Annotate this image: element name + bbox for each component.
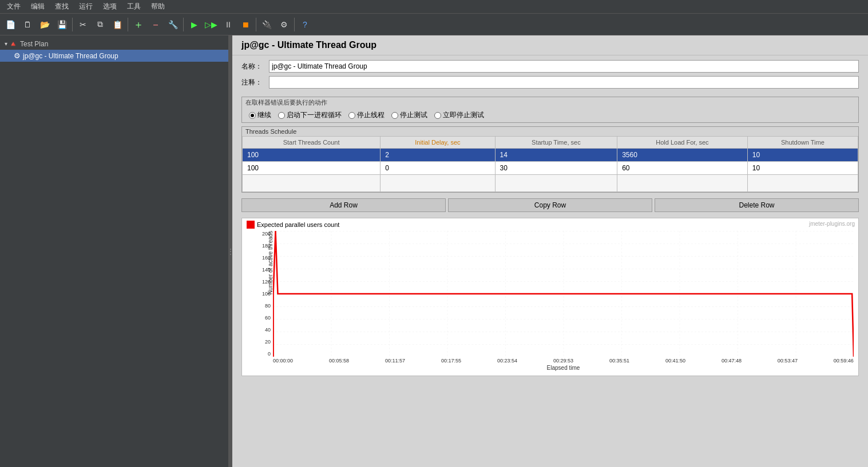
empty-cell-1: [381, 175, 495, 192]
radio-next-loop-circle: [278, 112, 285, 119]
main-layout: ▾ 🔺 Test Plan ⚙ jp@gc - Ultimate Thread …: [0, 35, 868, 467]
chart-svg: [273, 231, 854, 357]
delete-row-button[interactable]: Delete Row: [655, 198, 859, 212]
chart-area: jmeter-plugins.org Expected parallel use…: [241, 218, 859, 376]
tree-item-test-plan[interactable]: ▾ 🔺 Test Plan: [0, 38, 228, 50]
x-tick-labels: 00:00:00 00:05:58 00:11:57 00:17:55 00:2…: [273, 357, 854, 365]
chart-svg-container: 00:00:00 00:05:58 00:11:57 00:17:55 00:2…: [273, 231, 854, 373]
cell-hold-0[interactable]: 3560: [617, 149, 748, 162]
threads-schedule-title: Threads Schedule: [242, 127, 858, 136]
menu-run[interactable]: 运行: [74, 1, 97, 13]
toolbar-paste[interactable]: 📋: [109, 17, 125, 33]
toolbar-plugins[interactable]: 🔌: [259, 17, 275, 33]
toolbar-copy[interactable]: ⧉: [92, 17, 108, 33]
chart-watermark: jmeter-plugins.org: [809, 221, 855, 227]
y-tick-0: 0: [268, 351, 271, 357]
radio-stop-thread-label: 停止线程: [357, 110, 385, 120]
tree-item-thread-group[interactable]: ⚙ jp@gc - Ultimate Thread Group: [0, 50, 228, 62]
col-startup-time: Startup Time, sec: [495, 137, 617, 149]
legend-color-box: [247, 221, 255, 229]
schedule-table: Start Threads Count Initial Delay, sec S…: [242, 136, 858, 192]
x-tick-0: 00:00:00: [273, 358, 293, 364]
table-row[interactable]: 100 2 14 3560 10: [243, 149, 858, 162]
radio-next-loop-label: 启动下一进程循环: [287, 110, 342, 120]
toolbar-debug[interactable]: 🔧: [165, 17, 181, 33]
toolbar-shutdown[interactable]: ⏹: [237, 17, 253, 33]
tree: ▾ 🔺 Test Plan ⚙ jp@gc - Ultimate Thread …: [0, 35, 228, 64]
table-row[interactable]: 100 0 30 60 10: [243, 162, 858, 175]
chart-content: Number of active threads 0 20 40 60 80 1…: [242, 229, 858, 376]
menu-file[interactable]: 文件: [2, 1, 25, 13]
y-tick-60: 60: [265, 315, 271, 321]
toolbar-settings[interactable]: ⚙: [276, 17, 292, 33]
cell-hold-1[interactable]: 60: [617, 162, 748, 175]
menu-edit[interactable]: 编辑: [26, 1, 49, 13]
toolbar-template[interactable]: 🗒: [19, 17, 35, 33]
copy-row-button[interactable]: Copy Row: [448, 198, 652, 212]
toolbar-sep4: [256, 18, 256, 31]
empty-cell-2: [495, 175, 617, 192]
tree-toggle[interactable]: ▾: [5, 41, 7, 47]
toolbar-save[interactable]: 💾: [54, 17, 70, 33]
cell-start-threads-0[interactable]: 100: [243, 149, 381, 162]
radio-next-loop[interactable]: 启动下一进程循环: [278, 110, 342, 120]
cell-startup-1[interactable]: 30: [495, 162, 617, 175]
toolbar-add[interactable]: ＋: [130, 17, 146, 33]
radio-stop-thread[interactable]: 停止线程: [348, 110, 385, 120]
cell-initial-delay-1[interactable]: 0: [381, 162, 495, 175]
toolbar-sep3: [183, 18, 184, 31]
cell-shutdown-0[interactable]: 10: [747, 149, 858, 162]
col-shutdown: Shutdown Time: [747, 137, 858, 149]
panel-title: jp@gc - Ultimate Thread Group: [232, 35, 868, 55]
y-axis-container: Number of active threads 0 20 40 60 80 1…: [244, 231, 273, 373]
x-tick-6: 00:35:51: [609, 358, 629, 364]
add-row-button[interactable]: Add Row: [241, 198, 446, 212]
toolbar-cut[interactable]: ✂: [75, 17, 91, 33]
radio-continue[interactable]: 继续: [249, 110, 271, 120]
cell-startup-0[interactable]: 14: [495, 149, 617, 162]
empty-cell-0: [243, 175, 381, 192]
radio-stop-test-circle: [391, 112, 398, 119]
x-tick-7: 00:41:50: [665, 358, 685, 364]
comment-input[interactable]: [269, 76, 859, 89]
y-axis-label: Number of active threads: [267, 219, 274, 305]
menu-tools[interactable]: 工具: [122, 1, 145, 13]
empty-cell-4: [747, 175, 858, 192]
left-panel: ▾ 🔺 Test Plan ⚙ jp@gc - Ultimate Thread …: [0, 35, 229, 467]
cell-shutdown-1[interactable]: 10: [747, 162, 858, 175]
radio-stop-test-label: 停止测试: [400, 110, 427, 120]
x-axis-label: Elapsed time: [273, 365, 854, 373]
radio-continue-label: 继续: [257, 110, 271, 120]
toolbar-remove[interactable]: －: [148, 17, 164, 33]
radio-stop-now[interactable]: 立即停止测试: [434, 110, 484, 120]
x-tick-5: 00:29:53: [553, 358, 573, 364]
threads-schedule-section: Threads Schedule Start Threads Count Ini…: [241, 126, 859, 193]
name-label: 名称：: [241, 62, 264, 71]
menu-find[interactable]: 查找: [50, 1, 73, 13]
toolbar-open[interactable]: 📂: [37, 17, 53, 33]
toolbar-new[interactable]: 📄: [2, 17, 18, 33]
toolbar-help[interactable]: ?: [297, 17, 313, 33]
x-tick-3: 00:17:55: [441, 358, 461, 364]
table-header-row: Start Threads Count Initial Delay, sec S…: [243, 137, 858, 149]
cell-initial-delay-0[interactable]: 2: [381, 149, 495, 162]
thread-group-icon: ⚙: [14, 51, 21, 60]
radio-stop-test[interactable]: 停止测试: [391, 110, 427, 120]
chart-legend: Expected parallel users count: [242, 218, 858, 229]
toolbar-start-nopause[interactable]: ▷▶: [203, 17, 219, 33]
name-input[interactable]: [269, 60, 859, 73]
cell-start-threads-1[interactable]: 100: [243, 162, 381, 175]
y-tick-40: 40: [265, 327, 271, 333]
radio-continue-circle: [249, 112, 256, 119]
toolbar-stop[interactable]: ⏸: [220, 17, 236, 33]
toolbar-sep2: [128, 18, 128, 31]
menu-options[interactable]: 选项: [98, 1, 121, 13]
tree-item-label: jp@gc - Ultimate Thread Group: [23, 52, 118, 60]
col-initial-delay: Initial Delay, sec: [381, 137, 495, 149]
tree-item-label: Test Plan: [20, 40, 48, 48]
menu-help[interactable]: 帮助: [146, 1, 169, 13]
error-radio-group: 继续 启动下一进程循环 停止线程 停止测试 立即停止测试: [242, 108, 858, 122]
toolbar-start[interactable]: ▶: [186, 17, 202, 33]
x-tick-8: 00:47:48: [722, 358, 742, 364]
x-tick-9: 00:53:47: [778, 358, 798, 364]
